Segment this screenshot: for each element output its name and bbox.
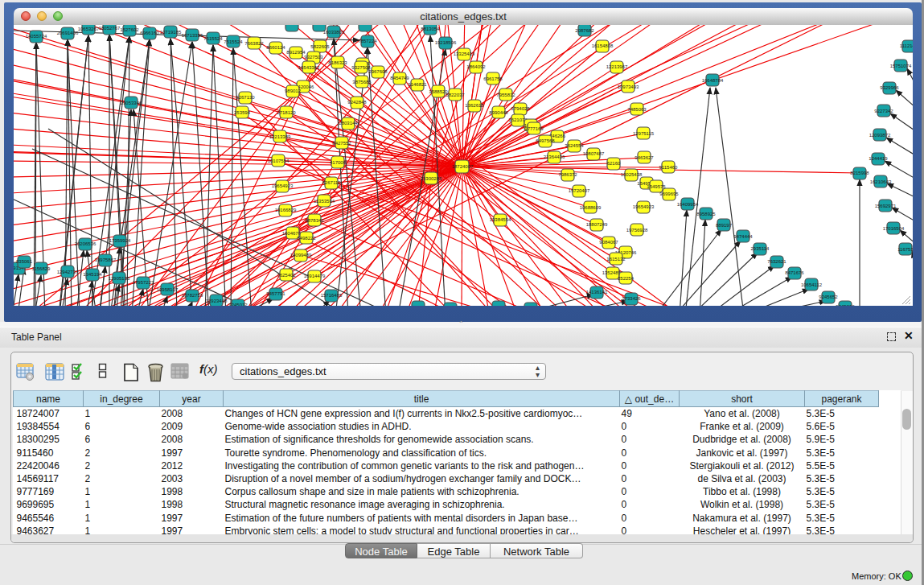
svg-text:8267110: 8267110 <box>322 180 342 185</box>
svg-text:9245652: 9245652 <box>819 295 838 299</box>
svg-text:12213967: 12213967 <box>606 64 628 69</box>
svg-text:16210643: 16210643 <box>870 179 892 184</box>
svg-text:1527602: 1527602 <box>120 27 139 32</box>
svg-text:9329966: 9329966 <box>880 85 899 90</box>
svg-text:9474444: 9474444 <box>733 234 753 239</box>
svg-text:12905135: 12905135 <box>109 276 130 281</box>
svg-text:16154808: 16154808 <box>592 43 614 48</box>
svg-text:9227342: 9227342 <box>874 109 893 113</box>
svg-text:8215998: 8215998 <box>850 171 869 175</box>
svg-text:17016504: 17016504 <box>883 226 905 231</box>
svg-text:8990448: 8990448 <box>489 110 508 115</box>
svg-text:16033809: 16033809 <box>323 30 345 35</box>
svg-text:9699695: 9699695 <box>659 192 679 196</box>
svg-text:19166829: 19166829 <box>275 208 297 212</box>
svg-text:417006: 417006 <box>330 160 347 165</box>
svg-text:16713355: 16713355 <box>182 33 203 38</box>
svg-text:10719185: 10719185 <box>160 30 182 35</box>
svg-text:12213389: 12213389 <box>269 134 291 139</box>
svg-text:1549575: 1549575 <box>647 184 666 189</box>
svg-text:11353594: 11353594 <box>314 199 335 204</box>
svg-text:3267130: 3267130 <box>236 95 255 100</box>
svg-text:2718120: 2718120 <box>277 110 296 115</box>
svg-text:13325419: 13325419 <box>454 51 475 56</box>
svg-text:39975867: 39975867 <box>95 257 117 262</box>
svg-text:2087682: 2087682 <box>575 28 594 33</box>
svg-text:20691406: 20691406 <box>57 31 79 35</box>
svg-text:252254: 252254 <box>618 276 634 281</box>
svg-text:5498222: 5498222 <box>297 236 316 241</box>
svg-text:7632621: 7632621 <box>767 259 786 264</box>
svg-text:14099489: 14099489 <box>290 253 312 257</box>
svg-text:21364436: 21364436 <box>544 154 565 159</box>
svg-text:8427552: 8427552 <box>332 141 351 146</box>
svg-text:18807249: 18807249 <box>586 222 608 227</box>
svg-text:1156829: 1156829 <box>32 266 51 271</box>
svg-text:9242848: 9242848 <box>347 100 367 105</box>
svg-text:7986372: 7986372 <box>558 172 577 177</box>
svg-text:18052767: 18052767 <box>99 26 121 31</box>
svg-text:12942737: 12942737 <box>57 270 79 274</box>
svg-text:14136141: 14136141 <box>586 290 608 295</box>
svg-text:5822605: 5822605 <box>310 44 330 49</box>
svg-text:62160: 62160 <box>607 161 621 166</box>
svg-text:6497568: 6497568 <box>536 138 555 143</box>
svg-text:19384554: 19384554 <box>490 217 511 222</box>
svg-text:16409954: 16409954 <box>677 202 699 207</box>
svg-text:7515524: 7515524 <box>224 39 243 44</box>
svg-text:10807487: 10807487 <box>583 151 605 156</box>
svg-text:116753: 116753 <box>897 247 913 252</box>
svg-text:3875685: 3875685 <box>352 80 372 84</box>
svg-text:1362615: 1362615 <box>465 103 484 108</box>
svg-text:7485063: 7485063 <box>627 107 647 112</box>
svg-text:17359924: 17359924 <box>109 238 131 243</box>
svg-text:9463627: 9463627 <box>634 155 654 160</box>
svg-text:12975115: 12975115 <box>633 131 655 136</box>
svg-text:6966160: 6966160 <box>140 31 159 35</box>
svg-text:9245012: 9245012 <box>228 303 248 306</box>
svg-text:16782759: 16782759 <box>182 293 203 298</box>
svg-text:1345194: 1345194 <box>83 272 102 277</box>
svg-text:889197: 889197 <box>716 223 733 228</box>
svg-text:9115460: 9115460 <box>659 165 679 170</box>
svg-text:16914479: 16914479 <box>304 274 326 278</box>
svg-text:25300285: 25300285 <box>421 176 442 181</box>
svg-text:7955812: 7955812 <box>496 93 515 97</box>
svg-text:9457791: 9457791 <box>266 291 285 296</box>
svg-text:835061: 835061 <box>16 259 33 264</box>
svg-text:9327503: 9327503 <box>304 55 323 60</box>
svg-text:10653267: 10653267 <box>78 27 100 31</box>
svg-text:6794028: 6794028 <box>511 106 530 111</box>
svg-text:10107554: 10107554 <box>268 159 290 163</box>
svg-text:16543362: 16543362 <box>298 65 320 70</box>
svg-text:19654923: 19654923 <box>272 183 294 188</box>
svg-text:10688609: 10688609 <box>580 205 602 210</box>
svg-text:12093872: 12093872 <box>869 133 891 138</box>
svg-text:10958107: 10958107 <box>157 287 179 292</box>
svg-text:8454749: 8454749 <box>390 76 409 80</box>
svg-text:2935114: 2935114 <box>751 246 770 251</box>
svg-text:1112143: 1112143 <box>900 43 913 48</box>
svg-text:253594: 253594 <box>234 110 251 115</box>
svg-text:8958925: 8958925 <box>696 212 716 216</box>
svg-text:2967608: 2967608 <box>368 69 388 74</box>
svg-text:1733426: 1733426 <box>622 296 641 301</box>
svg-text:8186323: 8186323 <box>328 60 347 65</box>
svg-text:16648784: 16648784 <box>702 78 724 83</box>
svg-text:8912954: 8912954 <box>286 50 306 55</box>
svg-text:1244419: 1244419 <box>869 156 888 161</box>
svg-text:19218506: 19218506 <box>435 40 457 45</box>
svg-text:18724007: 18724007 <box>452 164 474 169</box>
svg-text:8878342: 8878342 <box>305 218 324 223</box>
svg-text:9777169: 9777169 <box>524 126 544 131</box>
svg-text:989012: 989012 <box>285 89 302 93</box>
svg-text:1864092: 1864092 <box>466 64 486 69</box>
svg-text:19654923: 19654923 <box>633 204 655 209</box>
svg-text:10973493: 10973493 <box>618 84 639 89</box>
svg-text:9146821: 9146821 <box>408 82 427 87</box>
svg-text:17957223: 17957223 <box>133 280 154 285</box>
svg-text:15751074: 15751074 <box>890 64 912 68</box>
svg-text:2803144: 2803144 <box>339 121 358 126</box>
svg-text:7625402: 7625402 <box>277 273 296 278</box>
svg-text:15692971: 15692971 <box>875 204 897 208</box>
